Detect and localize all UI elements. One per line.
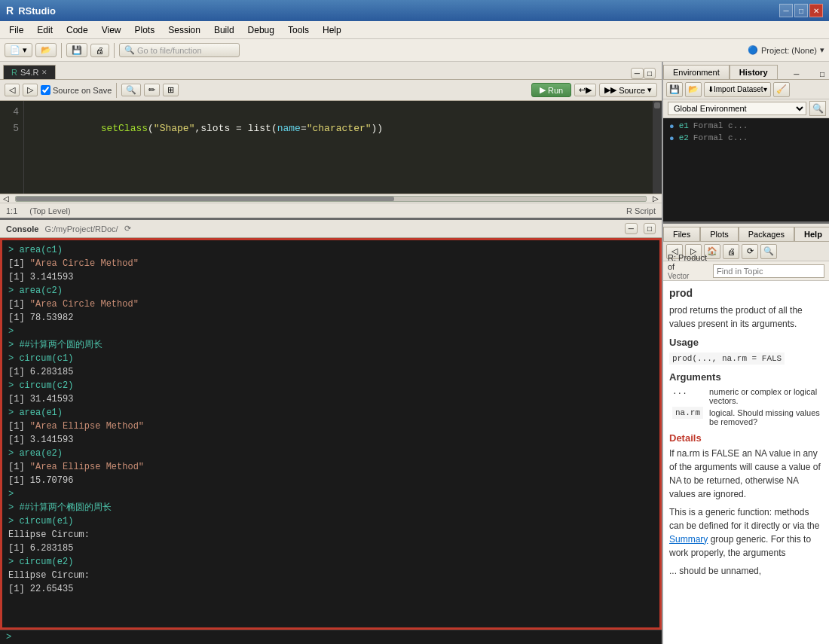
code-content[interactable]: setClass("Shape",slots = list(name="char… (24, 101, 653, 194)
editor-scrollbar-thumb[interactable] (16, 197, 394, 201)
format-button[interactable]: ✏ (144, 84, 160, 96)
menu-file[interactable]: File (3, 23, 29, 37)
console-line-1: [1] "Area Circle Method" (8, 257, 653, 270)
console-line-7: > ##计算两个圆的周长 (8, 338, 653, 352)
help-print-button[interactable]: 🖨 (723, 244, 739, 259)
project-selector[interactable]: 🔵 Project: (None) ▾ (748, 45, 824, 55)
left-panel: R S4.R ✕ ─ □ ◁ ▷ Source on Save 🔍 (0, 62, 663, 644)
menu-view[interactable]: View (96, 23, 127, 37)
close-button[interactable]: ✕ (809, 4, 823, 17)
menu-help[interactable]: Help (317, 23, 347, 37)
tab-close-icon[interactable]: ✕ (41, 69, 47, 76)
arg-desc-narm: logical. Should missing values be remove… (706, 407, 823, 428)
console-line-17: [1] 15.70796 (8, 474, 653, 487)
run-button[interactable]: ▶ Run (531, 83, 571, 97)
editor-scrollbar-v[interactable] (653, 101, 662, 194)
editor-toolbar: ◁ ▷ Source on Save 🔍 ✏ ⊞ ▶ Run ↩▶ ▶▶ (0, 80, 662, 101)
print-button[interactable]: 🖨 (90, 44, 109, 57)
env-import-button[interactable]: ⬇ Import Dataset▾ (704, 82, 771, 97)
menu-debug[interactable]: Debug (242, 23, 280, 37)
env-pane-minimize[interactable]: ─ (791, 69, 802, 79)
hscroll-left-icon[interactable]: ◁ (0, 194, 12, 203)
editor-maximize-button[interactable]: □ (644, 68, 656, 79)
search-button[interactable]: 🔍 (121, 84, 141, 96)
compile-button[interactable]: ⊞ (163, 84, 179, 96)
hscroll-right-icon[interactable]: ▷ (650, 194, 662, 203)
minimize-button[interactable]: ─ (779, 4, 793, 17)
cursor-position: 1:1 (6, 206, 17, 215)
help-summary-link[interactable]: Summary (669, 534, 708, 545)
redo-button[interactable]: ▷ (23, 84, 38, 96)
env-hist-pane: Environment History ─ □ 💾 📂 ⬇ Import Dat… (663, 62, 829, 224)
menu-tools[interactable]: Tools (282, 23, 315, 37)
source-arrow-icon: ▶▶ (604, 85, 616, 95)
editor-tabs: R S4.R ✕ ─ □ (0, 62, 662, 80)
env-load-button[interactable]: 📂 (685, 82, 702, 97)
arg-row-dots: ... numeric or complex or logical vector… (669, 386, 823, 407)
tab-help[interactable]: Help (794, 227, 829, 241)
help-search-button[interactable]: 🔍 (760, 244, 777, 259)
source-on-save-label: Source on Save (53, 86, 112, 95)
app-title: R RStudio (6, 5, 56, 17)
r-file-icon: R (11, 68, 17, 77)
editor-hscroll[interactable]: ◁ ▷ (0, 194, 662, 203)
env-pane-maximize[interactable]: □ (817, 69, 827, 79)
help-content: prod prod returns the product of all the… (663, 281, 829, 644)
console-line-18: > (8, 487, 653, 501)
console-line-3: > area(c2) (8, 284, 653, 298)
file-type-indicator: R Script (626, 206, 656, 215)
files-tabs: Files Plots Packages Help ─ □ (663, 224, 829, 242)
tab-files[interactable]: Files (663, 227, 700, 241)
menu-code[interactable]: Code (60, 23, 94, 37)
arg-name-dots: ... (669, 386, 706, 407)
console-line-8: > circum(c1) (8, 352, 653, 365)
tab-packages[interactable]: Packages (739, 227, 794, 241)
console-body[interactable]: > area(c1) [1] "Area Circle Method" [1] … (0, 238, 662, 630)
console-line-20: > circum(e1) (8, 514, 653, 528)
menu-session[interactable]: Session (162, 23, 206, 37)
editor-pane: R S4.R ✕ ─ □ ◁ ▷ Source on Save 🔍 (0, 62, 662, 220)
undo-button[interactable]: ◁ (5, 84, 20, 96)
console-minimize-button[interactable]: ─ (625, 223, 638, 234)
arg-name-narm: na.rm (669, 407, 706, 428)
env-save-button[interactable]: 💾 (666, 82, 683, 97)
tab-plots[interactable]: Plots (700, 227, 738, 241)
menu-build[interactable]: Build (208, 23, 240, 37)
go-to-file-button[interactable]: 🔍 Go to file/function (119, 43, 240, 57)
console-line-25: [1] 22.65435 (8, 582, 653, 596)
tab-environment[interactable]: Environment (663, 65, 730, 79)
help-details-4: ... should be unnamed, (669, 564, 823, 578)
tab-history[interactable]: History (730, 65, 778, 79)
console-line-4: [1] "Area Circle Method" (8, 298, 653, 311)
console-maximize-button[interactable]: □ (644, 223, 656, 234)
re-run-button[interactable]: ↩▶ (574, 84, 596, 96)
console-input-area: > (0, 630, 662, 644)
env-clear-button[interactable]: 🧹 (773, 82, 790, 97)
editor-tab-s4r[interactable]: R S4.R ✕ (3, 65, 56, 79)
menu-plots[interactable]: Plots (129, 23, 161, 37)
maximize-button[interactable]: □ (794, 4, 808, 17)
env-name-e1: e1 (679, 121, 689, 130)
save-button[interactable]: 💾 (66, 43, 87, 57)
env-search-button[interactable]: 🔍 (809, 101, 826, 116)
code-line-4: setClass("Shape",slots = list(name="char… (30, 104, 647, 154)
source-on-save-checkbox[interactable] (41, 85, 50, 95)
new-file-button[interactable]: 📄▾ (5, 43, 32, 57)
code-editor: 4 5 setClass("Shape",slots = list(name="… (0, 101, 662, 194)
console-line-16: [1] "Area Ellipse Method" (8, 460, 653, 474)
editor-minimize-button[interactable]: ─ (631, 68, 644, 79)
console-pane: Console G:/myProject/RDoc/ ⟳ ─ □ > area(… (0, 220, 662, 644)
console-line-15: > area(e2) (8, 447, 653, 460)
open-button[interactable]: 📂 (35, 43, 57, 57)
console-path: G:/myProject/RDoc/ (44, 224, 118, 233)
editor-scrollbar-track[interactable] (15, 196, 647, 202)
help-topic-search[interactable] (713, 264, 824, 278)
console-input[interactable] (17, 632, 656, 642)
env-type-e2: Formal c... (693, 133, 748, 142)
env-scope-select[interactable]: Global Environment (668, 102, 806, 115)
help-details-2: This is a generic function: methods can … (669, 505, 823, 560)
code-line-5 (30, 154, 647, 170)
source-button[interactable]: ▶▶ Source ▾ (599, 83, 657, 97)
menu-edit[interactable]: Edit (31, 23, 59, 37)
help-refresh-button[interactable]: ⟳ (742, 244, 758, 259)
